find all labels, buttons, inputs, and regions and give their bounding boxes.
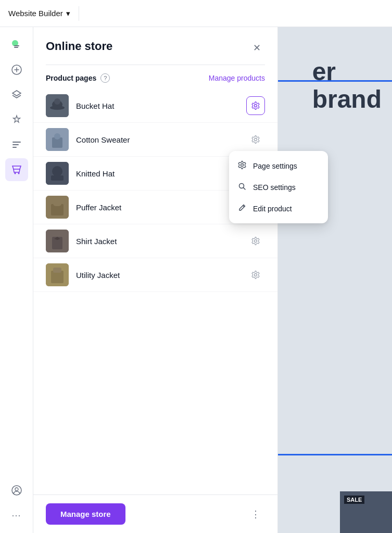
search-svg bbox=[238, 182, 246, 191]
svg-rect-1 bbox=[14, 45, 19, 46]
svg-point-17 bbox=[54, 98, 60, 105]
gear-button-bucket-hat[interactable] bbox=[246, 96, 265, 115]
sidebar: ··· bbox=[0, 27, 33, 533]
svg-point-16 bbox=[50, 106, 65, 110]
sidebar-item-avatar[interactable] bbox=[5, 479, 28, 502]
more-icon: ··· bbox=[11, 510, 21, 521]
sidebar-item-ai[interactable] bbox=[5, 108, 28, 131]
thumb-figure bbox=[46, 230, 69, 252]
product-thumbnail-cotton-sweater bbox=[46, 128, 69, 151]
thumb-svg bbox=[46, 230, 69, 252]
help-icon[interactable]: ? bbox=[100, 73, 110, 83]
close-button[interactable]: ✕ bbox=[248, 40, 265, 56]
svg-point-13 bbox=[15, 488, 18, 491]
product-thumbnail-bucket-hat bbox=[46, 94, 69, 117]
top-bar: Website Builder ▾ bbox=[0, 0, 392, 27]
avatar-icon bbox=[11, 485, 22, 496]
product-name-cotton-sweater: Cotton Sweater bbox=[76, 135, 239, 144]
list-item[interactable]: Bucket Hat bbox=[33, 89, 277, 123]
gear-button-utility-jacket[interactable] bbox=[246, 265, 265, 284]
svg-rect-20 bbox=[54, 133, 60, 139]
edit-icon bbox=[237, 204, 247, 213]
product-name-utility-jacket: Utility Jacket bbox=[76, 271, 239, 280]
thumb-figure bbox=[46, 128, 69, 151]
context-menu-item-edit-product[interactable]: Edit product bbox=[229, 198, 328, 219]
list-item[interactable]: Utility Jacket bbox=[33, 258, 277, 292]
product-list: Bucket Hat Cotton Sweater bbox=[33, 87, 277, 494]
svg-rect-8 bbox=[12, 144, 19, 145]
panel-footer: Manage store ⋮ bbox=[33, 494, 277, 533]
thumb-svg bbox=[46, 196, 69, 219]
svg-point-21 bbox=[255, 138, 257, 141]
edit-svg bbox=[238, 204, 246, 212]
preview-sale-badge: SALE bbox=[344, 496, 364, 504]
sidebar-item-store[interactable] bbox=[5, 158, 28, 181]
list-item[interactable]: Shirt Jacket bbox=[33, 224, 277, 258]
context-menu-item-seo-settings[interactable]: SEO settings bbox=[229, 176, 328, 198]
store-icon bbox=[11, 164, 22, 175]
panel-header: Online store ✕ bbox=[33, 27, 277, 65]
context-menu-item-page-settings[interactable]: Page settings bbox=[229, 155, 328, 176]
sidebar-item-add[interactable] bbox=[5, 58, 28, 81]
preview-sale-box: SALE bbox=[340, 491, 392, 533]
search-icon bbox=[237, 182, 247, 192]
manage-store-button[interactable]: Manage store bbox=[46, 503, 125, 525]
svg-line-40 bbox=[244, 188, 246, 190]
top-bar-divider bbox=[79, 6, 79, 21]
close-icon: ✕ bbox=[253, 42, 261, 54]
svg-line-41 bbox=[243, 206, 245, 207]
gear-icon bbox=[251, 271, 260, 279]
gear-button-cotton-sweater[interactable] bbox=[246, 130, 265, 149]
thumb-svg bbox=[46, 162, 69, 185]
product-name-knitted-hat: Knitted Hat bbox=[76, 169, 239, 178]
preview-text-line1: er bbox=[312, 58, 382, 86]
thumb-svg bbox=[46, 263, 69, 286]
manage-products-link[interactable]: Manage products bbox=[209, 74, 265, 82]
thumb-figure bbox=[46, 196, 69, 219]
product-thumbnail-knitted-hat bbox=[46, 162, 69, 185]
sidebar-item-layers2[interactable] bbox=[5, 83, 28, 106]
layers-icon bbox=[11, 39, 22, 50]
product-name-bucket-hat: Bucket Hat bbox=[76, 101, 239, 110]
sidebar-item-edit[interactable] bbox=[5, 133, 28, 156]
svg-rect-28 bbox=[53, 201, 61, 206]
svg-marker-6 bbox=[12, 91, 21, 96]
panel-title: Online store bbox=[46, 40, 112, 53]
ai-icon bbox=[11, 114, 22, 125]
sidebar-item-layers[interactable] bbox=[5, 33, 28, 56]
svg-rect-2 bbox=[14, 47, 18, 48]
svg-point-33 bbox=[255, 240, 257, 243]
gear-icon bbox=[251, 135, 260, 144]
product-name-shirt-jacket: Shirt Jacket bbox=[76, 237, 239, 246]
context-menu-label-page-settings: Page settings bbox=[253, 162, 297, 170]
product-thumbnail-utility-jacket bbox=[46, 263, 69, 286]
gear-button-shirt-jacket[interactable] bbox=[246, 232, 265, 250]
panel: Online store ✕ Product pages ? Manage pr… bbox=[33, 27, 278, 533]
gear-icon bbox=[251, 237, 260, 245]
product-name-puffer-jacket: Puffer Jacket bbox=[76, 203, 239, 212]
thumb-figure bbox=[46, 263, 69, 286]
gear-icon bbox=[237, 161, 247, 171]
chevron-down-icon: ▾ bbox=[66, 9, 70, 18]
add-icon bbox=[11, 64, 22, 75]
edit-icon bbox=[11, 139, 22, 150]
thumb-svg bbox=[46, 94, 69, 117]
context-menu-label-edit-product: Edit product bbox=[253, 205, 292, 213]
app-title-text: Website Builder bbox=[8, 9, 63, 18]
gear-icon bbox=[251, 101, 260, 110]
more-options-button[interactable]: ⋮ bbox=[246, 505, 265, 524]
svg-point-38 bbox=[241, 164, 244, 167]
layers2-icon bbox=[11, 89, 22, 100]
svg-point-10 bbox=[14, 173, 16, 174]
app-title[interactable]: Website Builder ▾ bbox=[8, 9, 70, 18]
preview-header-text: er brand bbox=[312, 58, 382, 113]
svg-rect-7 bbox=[12, 142, 21, 143]
svg-point-37 bbox=[255, 274, 257, 276]
svg-point-23 bbox=[52, 166, 62, 176]
sidebar-item-more[interactable]: ··· bbox=[5, 504, 28, 527]
section-label: Product pages bbox=[46, 74, 96, 82]
product-thumbnail-puffer-jacket bbox=[46, 196, 69, 219]
thumb-svg bbox=[46, 128, 69, 151]
product-thumbnail-shirt-jacket bbox=[46, 230, 69, 252]
svg-rect-9 bbox=[12, 147, 17, 148]
